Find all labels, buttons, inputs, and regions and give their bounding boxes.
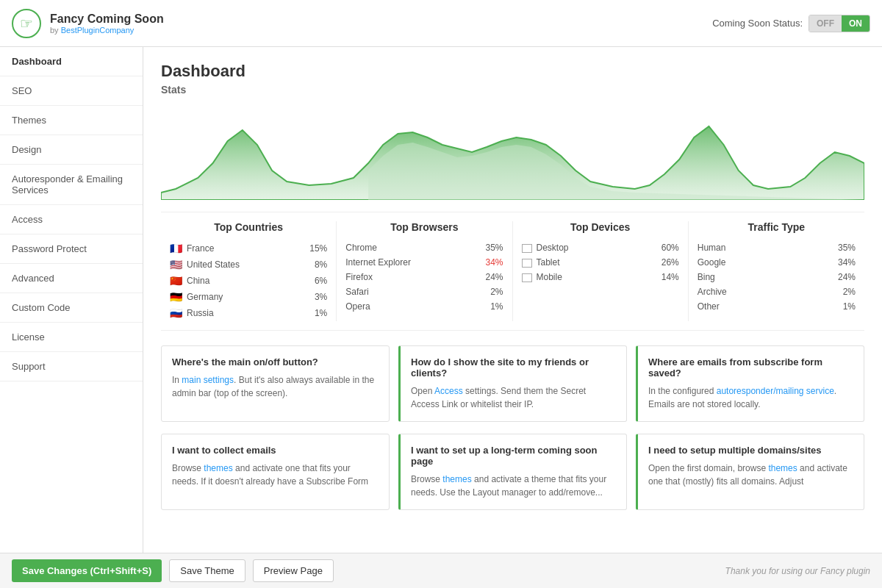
table-row: Safari2% <box>345 284 503 299</box>
stats-chart <box>161 104 864 200</box>
top-countries-col: Top Countries 🇫🇷France15%🇺🇸United States… <box>161 221 337 321</box>
info-card: I want to collect emails Browse themes a… <box>161 434 390 510</box>
traffic-type-col: Traffic Type Human35%Google34%Bing24%Arc… <box>689 221 864 321</box>
card-text: In main settings. But it's also always a… <box>172 373 379 400</box>
footer: Save Changes (Ctrl+Shift+S) Save Theme P… <box>0 553 882 588</box>
save-theme-button[interactable]: Save Theme <box>169 559 245 582</box>
card-link[interactable]: main settings <box>182 375 234 385</box>
info-card: Where are emails from subscribe form sav… <box>636 345 864 422</box>
table-row: Human35% <box>698 240 856 255</box>
card-link[interactable]: themes <box>442 474 471 484</box>
sidebar-item-password[interactable]: Password Protect <box>0 234 143 264</box>
card-title: I want to collect emails <box>172 445 379 456</box>
top-browsers-col: Top Browsers Chrome35%Internet Explorer3… <box>337 221 512 321</box>
page-title: Dashboard <box>161 62 864 81</box>
header-left: ☞ Fancy Coming Soon by BestPluginCompany <box>12 9 164 38</box>
device-icon <box>522 259 532 268</box>
sidebar-item-dashboard[interactable]: Dashboard <box>0 47 143 76</box>
sidebar: DashboardSEOThemesDesignAutoresponder & … <box>0 47 143 553</box>
device-rows: Desktop60%Tablet26%Mobile14% <box>522 240 679 284</box>
card-text: Open Access settings. Send them the Secr… <box>411 384 616 411</box>
sidebar-item-license[interactable]: License <box>0 323 143 352</box>
toggle-off-label[interactable]: OFF <box>809 15 842 32</box>
subtitle-prefix: by <box>50 26 61 35</box>
table-row: Desktop60% <box>522 240 679 255</box>
sidebar-item-autoresponder[interactable]: Autoresponder & Emailing Services <box>0 165 143 205</box>
card-link[interactable]: autoresponder/mailing service <box>717 386 834 396</box>
top-devices-col: Top Devices Desktop60%Tablet26%Mobile14% <box>513 221 689 321</box>
traffic-rows: Human35%Google34%Bing24%Archive2%Other1% <box>698 240 856 314</box>
table-row: Bing24% <box>698 270 856 284</box>
table-row: Other1% <box>698 299 856 314</box>
card-text: Browse themes and activate a theme that … <box>411 473 616 499</box>
table-row: Opera1% <box>345 299 503 314</box>
header-right: Coming Soon Status: OFF ON <box>712 15 870 32</box>
browser-rows: Chrome35%Internet Explorer34%Firefox24%S… <box>345 240 503 314</box>
sidebar-item-seo[interactable]: SEO <box>0 76 143 106</box>
cards-row-2: I want to collect emails Browse themes a… <box>161 434 864 510</box>
footer-thanks: Thank you for using our Fancy plugin <box>725 566 870 576</box>
card-title: I need to setup multiple domains/sites <box>648 445 853 456</box>
card-title: Where are emails from subscribe form sav… <box>648 356 853 379</box>
card-link[interactable]: Access <box>434 386 463 396</box>
cards-row-1: Where's the main on/off button? In main … <box>161 345 864 422</box>
info-card: Where's the main on/off button? In main … <box>161 345 390 422</box>
table-row: Google34% <box>698 255 856 270</box>
top-devices-title: Top Devices <box>522 221 679 233</box>
table-row: Tablet26% <box>522 255 679 270</box>
sidebar-item-access[interactable]: Access <box>0 205 143 234</box>
app-subtitle: by BestPluginCompany <box>50 26 164 35</box>
layout: DashboardSEOThemesDesignAutoresponder & … <box>0 47 882 553</box>
card-text: In the configured autoresponder/mailing … <box>648 384 853 411</box>
main-content: Dashboard Stats Top Countries 🇫 <box>143 47 882 553</box>
table-row: Archive2% <box>698 284 856 299</box>
toggle-on-label[interactable]: ON <box>842 15 870 32</box>
table-row: 🇩🇪Germany3% <box>170 289 327 305</box>
device-icon <box>522 273 532 282</box>
stats-grid: Top Countries 🇫🇷France15%🇺🇸United States… <box>161 212 864 331</box>
traffic-type-title: Traffic Type <box>698 221 856 233</box>
card-title: I want to set up a long-term coming soon… <box>411 445 616 467</box>
table-row: 🇫🇷France15% <box>170 240 327 257</box>
table-row: Mobile14% <box>522 270 679 284</box>
plugin-company-link[interactable]: BestPluginCompany <box>61 26 135 35</box>
stats-subtitle: Stats <box>161 84 864 96</box>
top-browsers-title: Top Browsers <box>345 221 503 233</box>
card-link[interactable]: themes <box>204 463 232 473</box>
preview-page-button[interactable]: Preview Page <box>253 559 334 582</box>
table-row: 🇨🇳China6% <box>170 273 327 289</box>
table-row: 🇷🇺Russia1% <box>170 305 327 321</box>
table-row: Firefox24% <box>345 270 503 284</box>
card-title: Where's the main on/off button? <box>172 356 379 368</box>
top-countries-title: Top Countries <box>170 221 327 233</box>
card-link[interactable]: themes <box>768 463 797 473</box>
app-logo: ☞ <box>12 9 41 38</box>
app-info: Fancy Coming Soon by BestPluginCompany <box>50 12 164 35</box>
card-text: Browse themes and activate one that fits… <box>172 462 379 488</box>
info-card: How do I show the site to my friends or … <box>398 345 627 422</box>
card-text: Open the first domain, browse themes and… <box>648 462 853 488</box>
sidebar-item-design[interactable]: Design <box>0 135 143 165</box>
header: ☞ Fancy Coming Soon by BestPluginCompany… <box>0 0 882 47</box>
info-card: I need to setup multiple domains/sites O… <box>636 434 864 510</box>
info-card: I want to set up a long-term coming soon… <box>398 434 627 510</box>
save-changes-button[interactable]: Save Changes (Ctrl+Shift+S) <box>12 559 162 582</box>
country-rows: 🇫🇷France15%🇺🇸United States8%🇨🇳China6%🇩🇪G… <box>170 240 327 321</box>
table-row: Internet Explorer34% <box>345 255 503 270</box>
table-row: Chrome35% <box>345 240 503 255</box>
sidebar-item-support[interactable]: Support <box>0 352 143 381</box>
table-row: 🇺🇸United States8% <box>170 257 327 273</box>
app-title: Fancy Coming Soon <box>50 12 164 26</box>
coming-soon-toggle[interactable]: OFF ON <box>808 15 870 32</box>
sidebar-item-advanced[interactable]: Advanced <box>0 264 143 293</box>
card-title: How do I show the site to my friends or … <box>411 356 616 379</box>
sidebar-item-custom-code[interactable]: Custom Code <box>0 293 143 323</box>
status-label: Coming Soon Status: <box>712 18 803 29</box>
device-icon <box>522 244 532 253</box>
sidebar-item-themes[interactable]: Themes <box>0 106 143 135</box>
